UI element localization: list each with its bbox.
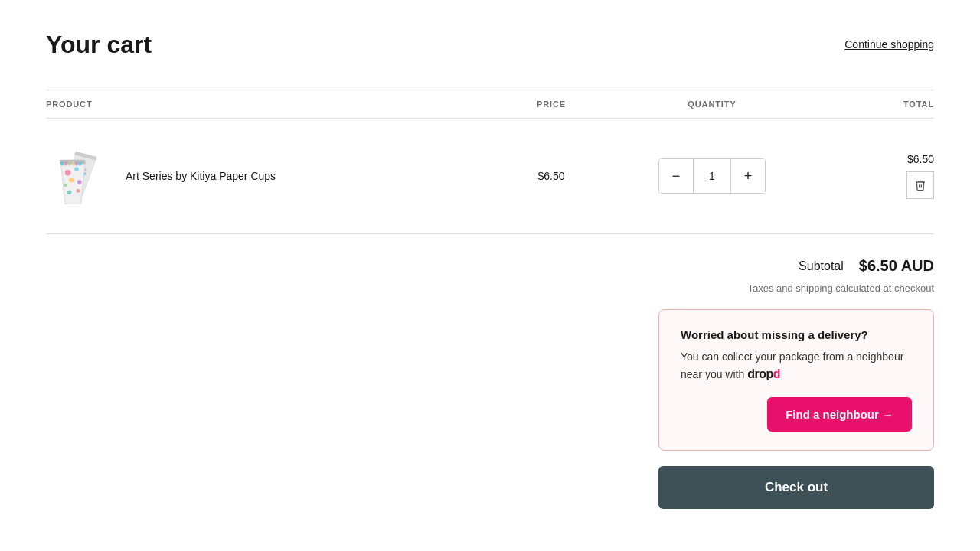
svg-rect-15 [64, 161, 67, 165]
page-header: Your cart Continue shopping [46, 31, 934, 59]
svg-point-11 [77, 180, 82, 184]
quantity-increase-button[interactable]: + [731, 159, 765, 193]
cart-summary: Subtotal $6.50 AUD Taxes and shipping ca… [46, 257, 934, 524]
item-price: $6.50 [537, 170, 564, 182]
col-price-header: PRICE [490, 99, 612, 109]
svg-point-7 [65, 170, 71, 176]
svg-rect-18 [75, 161, 78, 165]
dropd-desc-text: You can collect your package from a neig… [681, 350, 903, 380]
page-title: Your cart [46, 31, 152, 59]
svg-rect-16 [68, 161, 71, 165]
dropd-widget: Worried about missing a delivery? You ca… [658, 309, 934, 451]
tax-info: Taxes and shipping calculated at checkou… [747, 282, 934, 294]
col-quantity-header: QUANTITY [612, 99, 812, 109]
svg-point-10 [64, 183, 67, 187]
quantity-control: − 1 + [658, 158, 766, 194]
svg-point-8 [74, 167, 79, 171]
svg-rect-17 [71, 161, 74, 165]
quantity-cell: − 1 + [612, 158, 812, 194]
checkout-button[interactable]: Check out [658, 466, 934, 509]
svg-point-13 [77, 189, 80, 193]
subtotal-label: Subtotal [799, 259, 844, 273]
table-row: Art Series by Kitiya Paper Cups $6.50 − … [46, 119, 934, 234]
svg-rect-19 [79, 161, 82, 165]
dropd-title: Worried about missing a delivery? [681, 328, 912, 341]
continue-shopping-link[interactable]: Continue shopping [844, 38, 934, 51]
dropd-dot: d [773, 367, 780, 380]
dropd-brand-logo: dropd [747, 367, 780, 380]
col-product-header: PRODUCT [46, 99, 490, 109]
trash-icon [914, 179, 926, 191]
item-total: $6.50 [812, 153, 934, 165]
svg-point-9 [69, 177, 74, 182]
delete-item-button[interactable] [906, 171, 934, 199]
product-image-svg [50, 144, 103, 209]
svg-point-12 [67, 190, 72, 194]
subtotal-amount: $6.50 AUD [859, 257, 934, 275]
product-name: Art Series by Kitiya Paper Cups [126, 170, 276, 182]
subtotal-row: Subtotal $6.50 AUD [799, 257, 934, 275]
quantity-decrease-button[interactable]: − [659, 159, 693, 193]
product-cell: Art Series by Kitiya Paper Cups [46, 142, 490, 210]
quantity-value: 1 [693, 159, 731, 193]
dropd-description: You can collect your package from a neig… [681, 349, 912, 383]
minus-icon: − [672, 168, 681, 184]
col-total-header: TOTAL [812, 99, 934, 109]
svg-rect-14 [60, 161, 64, 165]
find-neighbour-button[interactable]: Find a neighbour → [767, 397, 912, 432]
price-cell: $6.50 [490, 170, 612, 182]
product-image [46, 142, 107, 210]
plus-icon: + [744, 168, 753, 184]
cart-table-header: PRODUCT PRICE QUANTITY TOTAL [46, 90, 934, 119]
total-cell: $6.50 [812, 153, 934, 199]
